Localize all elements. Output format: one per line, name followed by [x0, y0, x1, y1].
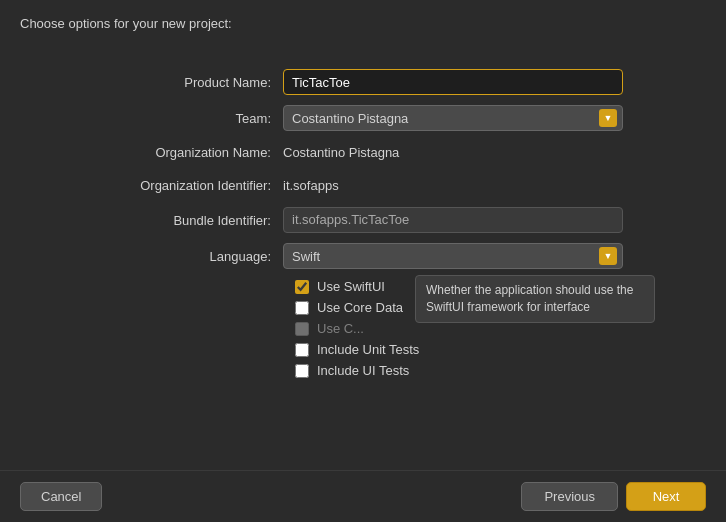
use-swiftui-row: Use SwiftUI Whether the application shou… — [295, 279, 623, 294]
page-header: Choose options for your new project: — [0, 0, 726, 39]
bundle-id-row: Bundle Identifier: it.sofapps.TicTacToe — [103, 207, 623, 233]
include-ui-tests-checkbox[interactable] — [295, 364, 309, 378]
org-id-label: Organization Identifier: — [103, 178, 283, 193]
org-name-label: Organization Name: — [103, 145, 283, 160]
include-unit-tests-row: Include Unit Tests — [295, 342, 623, 357]
language-label: Language: — [103, 249, 283, 264]
org-id-value: it.sofapps — [283, 174, 623, 197]
product-name-input[interactable] — [283, 69, 623, 95]
include-ui-tests-row: Include UI Tests — [295, 363, 623, 378]
use-cloudkit-label: Use C... — [317, 321, 364, 336]
footer-right-buttons: Previous Next — [521, 482, 706, 511]
use-cloudkit-row: Use C... — [295, 321, 623, 336]
use-core-data-label: Use Core Data — [317, 300, 403, 315]
next-button[interactable]: Next — [626, 482, 706, 511]
language-select[interactable]: Swift Objective-C — [283, 243, 623, 269]
use-swiftui-label: Use SwiftUI — [317, 279, 385, 294]
page-title: Choose options for your new project: — [20, 16, 232, 31]
team-select[interactable]: Costantino Pistagna — [283, 105, 623, 131]
language-dropdown-container: Swift Objective-C — [283, 243, 623, 269]
bundle-id-value: it.sofapps.TicTacToe — [283, 207, 623, 233]
product-name-label: Product Name: — [103, 75, 283, 90]
swiftui-tooltip: Whether the application should use the S… — [415, 275, 655, 323]
team-label: Team: — [103, 111, 283, 126]
language-row: Language: Swift Objective-C — [103, 243, 623, 269]
org-id-row: Organization Identifier: it.sofapps — [103, 174, 623, 197]
team-dropdown-container: Costantino Pistagna — [283, 105, 623, 131]
footer: Cancel Previous Next — [0, 470, 726, 522]
previous-button[interactable]: Previous — [521, 482, 618, 511]
use-swiftui-checkbox[interactable] — [295, 280, 309, 294]
org-name-value: Costantino Pistagna — [283, 141, 623, 164]
include-unit-tests-label: Include Unit Tests — [317, 342, 419, 357]
org-name-row: Organization Name: Costantino Pistagna — [103, 141, 623, 164]
use-core-data-row: Use Core Data — [295, 300, 623, 315]
checkboxes-section: Use SwiftUI Whether the application shou… — [295, 279, 623, 378]
use-cloudkit-checkbox — [295, 322, 309, 336]
bundle-id-label: Bundle Identifier: — [103, 213, 283, 228]
use-core-data-checkbox[interactable] — [295, 301, 309, 315]
include-unit-tests-checkbox[interactable] — [295, 343, 309, 357]
cancel-button[interactable]: Cancel — [20, 482, 102, 511]
team-row: Team: Costantino Pistagna — [103, 105, 623, 131]
include-ui-tests-label: Include UI Tests — [317, 363, 409, 378]
product-name-row: Product Name: — [103, 69, 623, 95]
